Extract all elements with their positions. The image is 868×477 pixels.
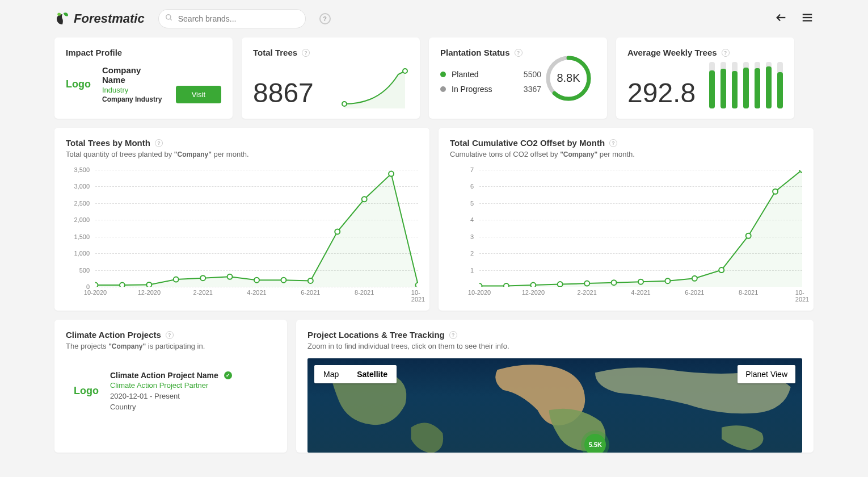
svg-point-14 [200, 275, 205, 281]
inprogress-row: In Progress 3367 [440, 85, 541, 94]
help-icon[interactable]: ? [515, 49, 523, 57]
svg-point-28 [612, 280, 617, 285]
help-icon[interactable]: ? [609, 139, 617, 147]
weekly-bar [720, 62, 726, 108]
total-trees-value: 8867 [253, 77, 314, 108]
search-input[interactable] [158, 9, 306, 28]
map-marker[interactable]: 5.5K [584, 434, 606, 453]
svg-point-11 [120, 283, 125, 287]
avg-weekly-value: 292.8 [627, 77, 696, 108]
svg-point-15 [227, 274, 233, 279]
visit-button[interactable]: Visit [176, 86, 221, 103]
svg-point-33 [746, 233, 751, 238]
plantation-status-card: Plantation Status ? Planted 5500 In Prog… [429, 37, 607, 119]
company-industry: Company Industry [102, 95, 165, 103]
svg-point-25 [530, 283, 536, 287]
help-icon[interactable]: ? [302, 49, 310, 57]
svg-point-10 [95, 283, 98, 287]
project-name: Climate Action Project Name [110, 371, 218, 380]
map-card: Project Locations & Tree Tracking ? Zoom… [296, 320, 814, 453]
map-canvas[interactable]: Map Satellite Planet View 5.5K [307, 358, 802, 453]
chart1-subtitle: Total quantity of trees planted by "Comp… [66, 150, 418, 158]
inprogress-value: 3367 [524, 85, 541, 94]
inprogress-label: In Progress [452, 85, 492, 94]
dot-icon [440, 86, 446, 92]
verified-icon: ✓ [224, 371, 232, 379]
avg-weekly-title: Average Weekly Trees [627, 48, 717, 57]
brand-name: Forestmatic [74, 11, 145, 26]
back-icon[interactable] [775, 11, 787, 26]
project-logo: Logo [74, 385, 99, 397]
svg-point-20 [362, 196, 367, 202]
svg-line-1 [170, 19, 171, 20]
search-wrap [158, 9, 306, 28]
help-icon[interactable]: ? [722, 49, 730, 57]
menu-icon[interactable] [801, 11, 814, 26]
svg-point-6 [342, 102, 347, 106]
chart1-title: Total Trees by Month [66, 138, 150, 148]
planted-row: Planted 5500 [440, 70, 541, 79]
project-country: Country [110, 403, 232, 411]
svg-point-16 [254, 278, 259, 283]
svg-point-35 [800, 170, 803, 173]
company-logo: Logo [66, 78, 91, 90]
help-icon[interactable]: ? [449, 331, 457, 339]
donut-chart: 8.8K [544, 54, 593, 103]
svg-point-7 [403, 69, 407, 73]
project-item[interactable]: Logo Climate Action Project Name ✓ Clima… [66, 361, 276, 421]
chart1-plot: 05001,0001,5002,0002,5003,0003,50010-202… [66, 170, 418, 300]
co2-by-month-card: Total Cumulative CO2 Offset by Month ? C… [439, 128, 814, 311]
weekly-bar [766, 62, 772, 108]
chart2-subtitle: Cumulative tons of CO2 offset by "Compan… [450, 150, 802, 158]
header: Forestmatic ? [0, 0, 868, 37]
impact-profile-card: Impact Profile Logo Company Name Industr… [54, 37, 233, 119]
svg-point-0 [166, 15, 170, 19]
map-title: Project Locations & Tree Tracking [307, 330, 445, 340]
map-type-toggle: Map Satellite [314, 365, 397, 383]
svg-point-23 [479, 283, 482, 287]
svg-point-13 [174, 277, 179, 282]
sparkline-chart [342, 66, 408, 108]
weekly-bar [732, 62, 738, 108]
chart2-plot: 123456710-202012-20202-20214-20216-20218… [450, 170, 802, 300]
svg-point-26 [558, 282, 563, 287]
svg-point-12 [146, 282, 151, 287]
svg-point-30 [665, 278, 670, 283]
help-icon[interactable]: ? [319, 13, 331, 24]
projects-subtitle: The projects "Company" is participating … [66, 342, 276, 350]
svg-point-17 [281, 278, 286, 283]
dot-icon [440, 72, 446, 77]
projects-title: Climate Action Projects [66, 330, 161, 340]
help-icon[interactable]: ? [166, 331, 174, 339]
chart2-title: Total Cumulative CO2 Offset by Month [450, 138, 605, 148]
impact-title: Impact Profile [66, 48, 221, 57]
svg-point-22 [416, 283, 419, 287]
map-subtitle: Zoom in to find individual trees, click … [307, 342, 802, 350]
svg-point-31 [692, 276, 697, 281]
total-trees-card: Total Trees ? 8867 [242, 37, 420, 119]
svg-point-34 [773, 189, 778, 194]
leaf-icon [54, 11, 70, 27]
industry-label: Industry [102, 86, 165, 94]
planet-view-button[interactable]: Planet View [738, 365, 795, 383]
planted-value: 5500 [524, 70, 541, 79]
search-icon [165, 14, 173, 24]
map-button[interactable]: Map [314, 365, 348, 383]
weekly-bar [709, 62, 715, 108]
trees-by-month-card: Total Trees by Month ? Total quantity of… [54, 128, 429, 311]
svg-point-32 [719, 267, 724, 273]
satellite-button[interactable]: Satellite [348, 365, 397, 383]
weekly-bar [743, 62, 749, 108]
help-icon[interactable]: ? [155, 139, 163, 147]
avg-weekly-card: Average Weekly Trees ? 292.8 [616, 37, 794, 119]
svg-point-29 [638, 279, 643, 284]
project-partner: Climate Action Project Partner [110, 381, 232, 390]
project-dates: 2020-12-01 - Present [110, 392, 232, 400]
total-trees-title: Total Trees [253, 48, 297, 57]
weekly-bar [777, 62, 783, 108]
company-name: Company Name [102, 65, 165, 85]
climate-projects-card: Climate Action Projects ? The projects "… [54, 320, 287, 453]
brand-logo[interactable]: Forestmatic [54, 11, 145, 27]
weekly-bar [755, 62, 760, 108]
svg-point-27 [584, 281, 589, 286]
